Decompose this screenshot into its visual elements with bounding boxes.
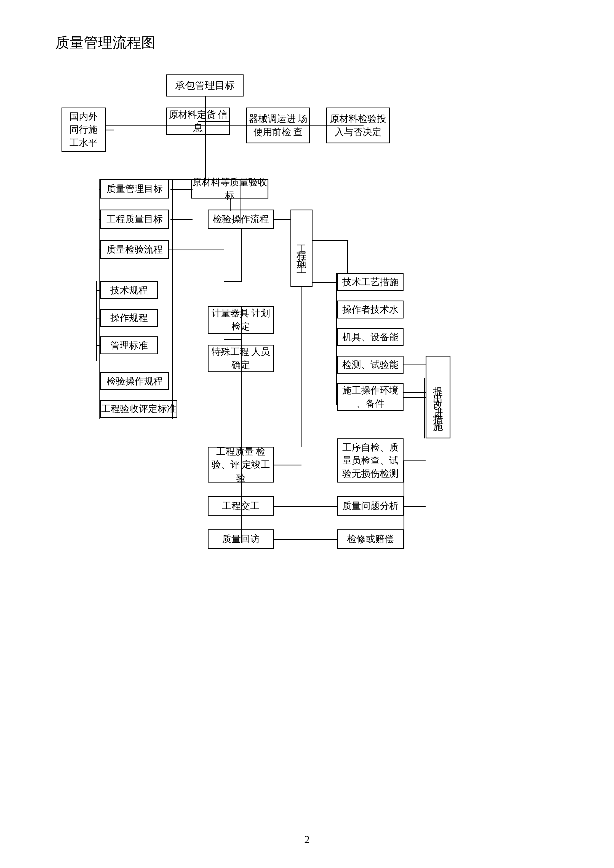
box-tichu-gaijin: 提 出 改 进 措 施 xyxy=(426,356,450,439)
box-guonei: 国内外 同行施 工水平 xyxy=(62,107,105,152)
box-jianxiu-huopei: 检修或赔偿 xyxy=(337,529,403,549)
box-gongxu-zijian: 工序自检、质 量员检查、试 验无损伤检测 xyxy=(337,439,403,482)
box-yuancailiao-yanshou: 原材料等质量验收标 xyxy=(191,179,268,198)
box-gongcheng-zhiliang: 工程质量目标 xyxy=(100,209,169,229)
box-guanli-biaozhun: 管理标准 xyxy=(100,336,158,354)
box-jishu-gongyi: 技术工艺措施 xyxy=(337,273,403,291)
box-jianyan-caozuo-gp: 检验操作规程 xyxy=(100,372,169,390)
flowchart: 承包管理目标 国内外 同行施 工水平 原材料定货 信息 器械调运进 场使用前检 … xyxy=(45,74,569,819)
page-number: 2 xyxy=(304,833,310,846)
box-jiance-shiyan: 检测、试验能 xyxy=(337,356,403,374)
box-chenbao: 承包管理目标 xyxy=(166,74,243,96)
box-caozuo-guicheng: 操作规程 xyxy=(100,309,158,327)
box-caozuozhe-jishu: 操作者技术水 xyxy=(337,301,403,318)
box-zhiliang-jianyan-lc: 质量检验流程 xyxy=(100,240,169,259)
box-gongcheng-shigong: 工 程 施 工 xyxy=(290,209,313,287)
box-jiju-shebei: 机具、设备能 xyxy=(337,328,403,346)
page-title: 质量管理流程图 xyxy=(55,33,575,53)
box-gongcheng-yanshou: 工程验收评定标准 xyxy=(100,400,177,418)
box-jishu-guicheng: 技术规程 xyxy=(100,281,158,299)
box-shigong-huanjing: 施工操作环境 、备件 xyxy=(337,383,403,411)
box-zhiliang-wenti: 质量问题分析 xyxy=(337,496,403,516)
box-zhiliang-guanli: 质量管理目标 xyxy=(100,179,169,198)
page: 质量管理流程图 承包管理目标 国内外 同行施 工水平 原材料定货 信息 器械调运… xyxy=(0,0,614,868)
